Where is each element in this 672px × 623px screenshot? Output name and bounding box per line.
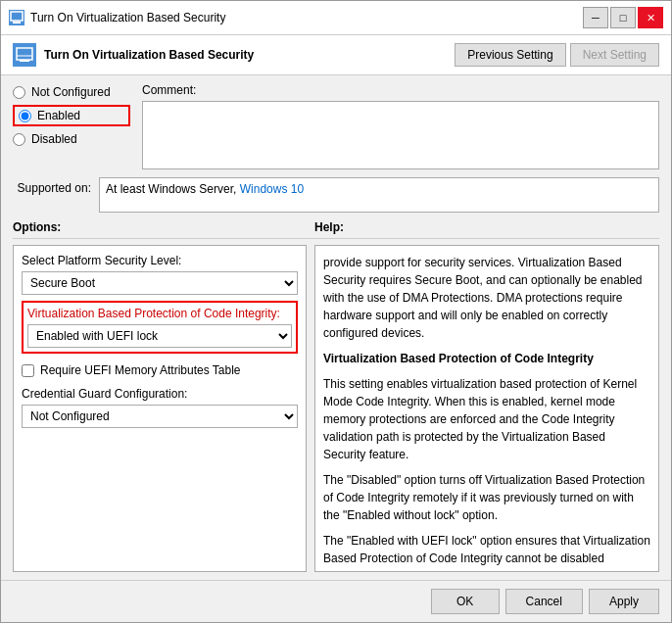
uefi-memory-label[interactable]: Require UEFI Memory Attributes Table [40,363,241,377]
platform-select[interactable]: Secure Boot Secure Boot and DMA Protecti… [22,271,298,295]
svg-rect-1 [13,22,21,24]
top-section: Not Configured Enabled Disabled Comment: [13,83,659,169]
ok-button[interactable]: OK [431,589,500,614]
help-column: provide support for security services. V… [314,245,659,572]
header-title: Turn On Virtualization Based Security [13,43,254,67]
next-setting-button[interactable]: Next Setting [570,43,659,67]
cred-guard-section: Credential Guard Configuration: Not Conf… [22,387,298,428]
header-title-text: Turn On Virtualization Based Security [44,48,254,62]
cred-guard-label: Credential Guard Configuration: [22,387,298,401]
minimize-button[interactable]: ─ [583,7,608,28]
enabled-row: Enabled [13,105,130,126]
enabled-radio[interactable] [19,110,31,122]
options-column: Select Platform Security Level: Secure B… [13,245,307,572]
comment-column: Comment: [142,83,659,169]
comment-textarea[interactable] [142,101,659,169]
supported-link[interactable]: Windows 10 [240,182,304,196]
header-nav: Previous Setting Next Setting [455,43,659,67]
uefi-memory-checkbox[interactable] [22,364,34,377]
platform-section: Select Platform Security Level: Secure B… [22,254,298,295]
svg-rect-0 [11,12,23,21]
help-header-container: Help: [314,220,659,234]
title-bar-left: Turn On Virtualization Based Security [9,10,225,25]
enabled-label[interactable]: Enabled [37,109,80,122]
supported-row: Supported on: At least Windows Server, W… [13,177,659,213]
disabled-label[interactable]: Disabled [31,132,77,146]
svg-rect-2 [17,48,32,60]
main-window: Turn On Virtualization Based Security ─ … [0,0,672,623]
supported-box: At least Windows Server, Windows 10 [99,177,659,213]
cancel-button[interactable]: Cancel [505,589,583,614]
vbs-label: Virtualization Based Protection of Code … [27,307,292,320]
help-para-4: The "Disabled" option turns off Virtuali… [323,471,650,524]
close-button[interactable]: ✕ [638,7,663,28]
vbs-select[interactable]: Disabled Enabled without lock Enabled wi… [27,324,292,348]
vbs-section: Virtualization Based Protection of Code … [22,301,298,354]
options-header: Options: [13,220,61,234]
previous-setting-button[interactable]: Previous Setting [455,43,565,67]
supported-text-prefix: At least Windows Server, [106,182,240,196]
radio-column: Not Configured Enabled Disabled [13,83,130,169]
title-buttons: ─ □ ✕ [583,7,663,28]
supported-label: Supported on: [13,177,91,195]
not-configured-radio[interactable] [13,86,25,99]
options-header-container: Options: [13,220,307,234]
content-area: Not Configured Enabled Disabled Comment:… [1,75,671,580]
help-para-5: The "Enabled with UEFI lock" option ensu… [323,532,650,572]
platform-label: Select Platform Security Level: [22,254,298,267]
help-para-2: Virtualization Based Protection of Code … [323,350,650,367]
not-configured-row: Not Configured [13,83,130,101]
cred-guard-select[interactable]: Not Configured Enabled with UEFI lock En… [22,405,298,428]
section-headers: Options: Help: [13,220,659,234]
disabled-radio[interactable] [13,133,25,146]
title-bar: Turn On Virtualization Based Security ─ … [1,1,671,35]
apply-button[interactable]: Apply [589,589,659,614]
help-header: Help: [314,220,344,234]
svg-rect-3 [20,60,29,62]
disabled-row: Disabled [13,130,130,148]
header-bar: Turn On Virtualization Based Security Pr… [1,35,671,75]
comment-label: Comment: [142,83,659,97]
window-icon [9,10,24,25]
help-para-1: provide support for security services. V… [323,254,650,342]
options-help-section: Select Platform Security Level: Secure B… [13,238,659,572]
maximize-button[interactable]: □ [610,7,636,28]
header-icon [13,43,36,67]
uefi-checkbox-row: Require UEFI Memory Attributes Table [22,363,298,377]
help-para-3: This setting enables virtualization base… [323,375,650,463]
not-configured-label[interactable]: Not Configured [31,85,111,99]
bottom-buttons: OK Cancel Apply [1,580,671,622]
window-title: Turn On Virtualization Based Security [30,11,225,24]
